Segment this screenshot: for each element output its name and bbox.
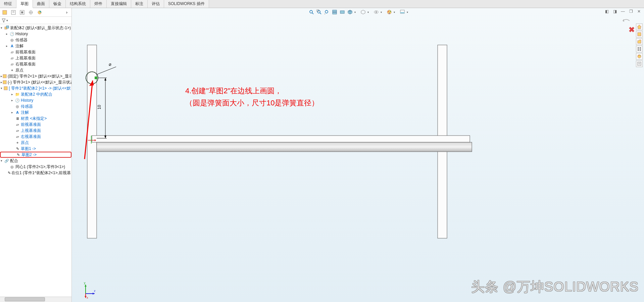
annotation-text-2: （圆是弹簧面大小，尺寸10是弹簧直径） — [185, 98, 319, 108]
plane-icon: ▱ — [9, 50, 15, 54]
tree-mate-concentric[interactable]: ◎同心1 (零件2<1>,零件3<1>) — [0, 164, 71, 170]
annotation-icon: A — [15, 110, 20, 115]
folder-icon: 📁 — [15, 92, 20, 97]
command-manager-tabs: 特征 草图 曲面 钣金 结构系统 焊件 直接编辑 标注 评估 SOLIDWORK… — [0, 0, 644, 8]
svg-rect-0 — [3, 10, 7, 14]
plane-icon: ▱ — [9, 56, 15, 60]
dimxpert-tab-icon[interactable] — [27, 9, 35, 16]
graphics-viewport[interactable]: ▾ ▾ ▾ ▾ ▾ ◧ ◨ — ❐ ✕ ✖ — [72, 8, 644, 302]
tree-origin[interactable]: ⌖原点 — [0, 67, 71, 73]
plane-icon: ▱ — [15, 128, 20, 133]
svg-line-55 — [97, 67, 116, 74]
tree-history2[interactable]: ▸🕑History — [0, 97, 71, 103]
tree-sketch1[interactable]: ✎草图1 -> — [0, 146, 71, 152]
svg-rect-13 — [3, 81, 6, 84]
tab-swaddins[interactable]: SOLIDWORKS 插件 — [164, 0, 209, 8]
material-icon: ≣ — [15, 116, 20, 121]
tree-annotations2[interactable]: ▸A注解 — [0, 109, 71, 115]
tree-part1-virtual[interactable]: ▾[ 零件1^装配体2 ]<1> -> (默认<<默 — [0, 85, 71, 91]
display-tab-icon[interactable] — [36, 9, 44, 16]
tab-directedit[interactable]: 直接编辑 — [107, 0, 131, 8]
part-icon — [3, 86, 8, 91]
tree-plane-right2[interactable]: ▱右视基准面 — [0, 134, 71, 140]
sketch-icon: ✎ — [15, 152, 21, 157]
tree-mate-inplace[interactable]: ✎在位1 (零件1^装配体2<1>,前视基 — [0, 170, 71, 176]
tree-part2[interactable]: ▸(固定) 零件2<1> (默认<<默认>_显示 — [0, 73, 71, 79]
folder-icon: 🕑 — [9, 32, 15, 36]
svg-rect-5 — [21, 11, 23, 13]
tree-plane-right[interactable]: ▱右视基准面 — [0, 61, 71, 67]
sensor-icon: ◎ — [15, 104, 20, 109]
tree-root[interactable]: ▾ 装配体2 (默认<默认_显示状态-1>) — [0, 25, 71, 31]
plane-icon: ▱ — [15, 122, 20, 127]
tree-filter[interactable]: ▾ — [0, 17, 71, 24]
tab-evaluate[interactable]: 评估 — [148, 0, 164, 8]
tree-mates[interactable]: ▾🔗配合 — [0, 158, 71, 164]
dimension-value: 10 — [97, 105, 102, 109]
svg-marker-57 — [104, 78, 106, 81]
tree-plane-top2[interactable]: ▱上视基准面 — [0, 128, 71, 134]
scrollbar-thumb[interactable] — [5, 297, 45, 301]
tree-plane-top[interactable]: ▱上视基准面 — [0, 55, 71, 61]
svg-rect-12 — [3, 74, 6, 78]
svg-rect-54 — [95, 77, 97, 79]
tree-hscrollbar[interactable] — [0, 297, 71, 302]
feature-tree[interactable]: ▾ 装配体2 (默认<默认_显示状态-1>) ▸🕑History ◎传感器 ▸A… — [0, 24, 71, 297]
tab-features[interactable]: 特征 — [0, 0, 16, 8]
folder-icon: 🕑 — [15, 98, 20, 103]
tree-origin2[interactable]: ⌖原点 — [0, 140, 71, 146]
diameter-symbol: ⌀ — [109, 62, 111, 67]
origin-icon: ⌖ — [15, 140, 20, 145]
mates-icon: 🔗 — [4, 158, 9, 163]
part-icon — [2, 80, 7, 85]
expand-panel-icon[interactable]: › — [63, 9, 71, 16]
tree-annotations[interactable]: ▸A注解 — [0, 43, 71, 49]
filter-icon — [1, 18, 6, 23]
origin-icon: ⌖ — [9, 68, 15, 72]
svg-marker-67 — [93, 293, 95, 295]
svg-text:z: z — [94, 289, 96, 293]
tree-material[interactable]: ≣材质 <未指定> — [0, 115, 71, 121]
tree-history[interactable]: ▸🕑History — [0, 31, 71, 37]
sensor-icon: ◎ — [9, 38, 15, 42]
concentric-icon: ◎ — [9, 164, 15, 169]
tab-surface[interactable]: 曲面 — [33, 0, 49, 8]
annotation-arrow — [105, 82, 193, 169]
tree-plane-front2[interactable]: ▱前视基准面 — [0, 121, 71, 128]
inplace-icon: ✎ — [8, 170, 11, 175]
tab-structure[interactable]: 结构系统 — [66, 0, 90, 8]
part-icon — [2, 74, 7, 79]
plane-icon: ▱ — [9, 62, 15, 66]
svg-rect-14 — [4, 87, 7, 90]
tab-annotate[interactable]: 标注 — [131, 0, 148, 8]
tab-sheetmetal[interactable]: 钣金 — [49, 0, 66, 8]
coordinate-triad: y z x — [81, 282, 97, 299]
feature-manager-panel: › ▾ ▾ 装配体2 (默认<默认_显示状态-1>) ▸🕑History ◎传感… — [0, 8, 72, 302]
assembly-icon — [4, 26, 9, 30]
tree-mates-in-asm[interactable]: ▸📁装配体2 中的配合 — [0, 91, 71, 97]
svg-text:y: y — [84, 282, 86, 285]
tree-part3[interactable]: ▸(-) 零件3<1> (默认<<默认>_显示状态 — [0, 79, 71, 85]
tree-sensors2[interactable]: ◎传感器 — [0, 103, 71, 109]
watermark-text: 头条 @万坤SOLIDWORKS — [471, 278, 639, 296]
tree-sketch2[interactable]: ✎草图2 -> — [0, 152, 71, 158]
panel-toolbar: › — [0, 8, 71, 17]
svg-text:x: x — [87, 296, 88, 299]
svg-marker-64 — [85, 285, 87, 287]
feature-tree-tab-icon[interactable] — [1, 9, 9, 16]
tab-weldment[interactable]: 焊件 — [90, 0, 107, 8]
svg-rect-11 — [6, 26, 9, 28]
plane-icon: ▱ — [15, 134, 20, 139]
sketch-icon: ✎ — [15, 146, 20, 151]
config-tab-icon[interactable] — [18, 9, 26, 16]
annotation-text-1: 4.创建"草图2"在边线上画圆， — [185, 86, 282, 96]
property-tab-icon[interactable] — [9, 9, 17, 16]
tree-sensors[interactable]: ◎传感器 — [0, 37, 71, 43]
tree-plane-front[interactable]: ▱前视基准面 — [0, 49, 71, 55]
tab-sketch[interactable]: 草图 — [16, 0, 33, 8]
annotation-icon: A — [9, 44, 15, 48]
